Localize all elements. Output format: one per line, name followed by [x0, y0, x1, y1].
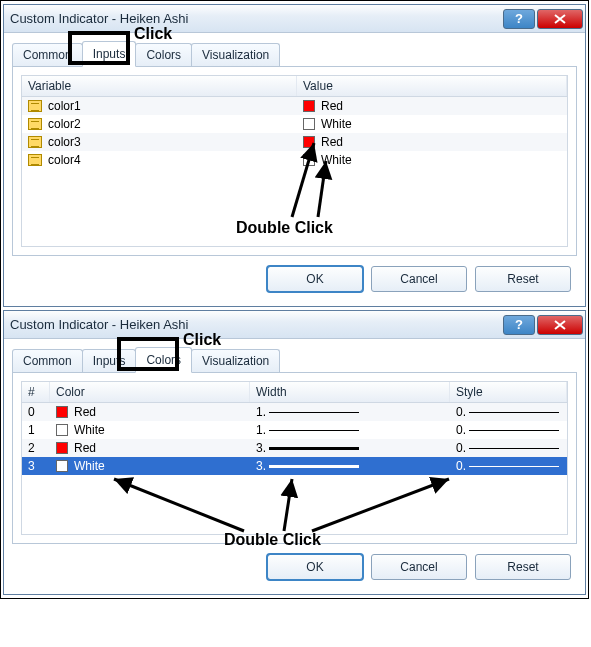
header-width[interactable]: Width — [250, 382, 450, 402]
annotation-box-inputs-tab — [68, 31, 130, 65]
variable-name: color2 — [48, 117, 81, 131]
style-preview-line — [469, 430, 559, 431]
color-swatch — [56, 442, 68, 454]
variable-name: color4 — [48, 153, 81, 167]
button-row: OK Cancel Reset — [12, 256, 577, 298]
list-item[interactable]: color1 Red — [22, 97, 567, 115]
reset-button[interactable]: Reset — [475, 266, 571, 292]
style-preview-line — [469, 448, 559, 449]
variable-icon — [28, 118, 42, 130]
header-value[interactable]: Value — [297, 76, 567, 96]
list-item[interactable]: color2 White — [22, 115, 567, 133]
variable-icon — [28, 100, 42, 112]
tab-panel-colors: # Color Width Style 0 Red 1. 0. 1 White … — [12, 373, 577, 544]
color-label: Red — [74, 441, 96, 455]
color-swatch — [303, 100, 315, 112]
dialog-inputs: Custom Indicator - Heiken Ashi ? Click D… — [3, 4, 586, 307]
table-row[interactable]: 0 Red 1. 0. — [22, 403, 567, 421]
close-icon — [554, 14, 566, 24]
color-swatch — [56, 460, 68, 472]
tab-colors[interactable]: Colors — [135, 43, 192, 66]
width-preview-line — [269, 465, 359, 468]
variable-name: color1 — [48, 99, 81, 113]
color-swatch — [303, 154, 315, 166]
row-index: 3 — [22, 459, 50, 473]
tab-visualization[interactable]: Visualization — [191, 43, 280, 66]
style-label: 0. — [456, 441, 466, 455]
header-color[interactable]: Color — [50, 382, 250, 402]
colors-rows: 0 Red 1. 0. 1 White 1. 0. 2 Red 3. 0. — [21, 403, 568, 535]
variable-icon — [28, 136, 42, 148]
color-swatch — [303, 136, 315, 148]
style-label: 0. — [456, 423, 466, 437]
width-preview-line — [269, 430, 359, 431]
ok-button[interactable]: OK — [267, 554, 363, 580]
width-label: 1. — [256, 423, 266, 437]
value-label: White — [321, 153, 352, 167]
close-icon — [554, 320, 566, 330]
color-swatch — [303, 118, 315, 130]
color-label: White — [74, 423, 105, 437]
help-button[interactable]: ? — [503, 9, 535, 29]
width-preview-line — [269, 412, 359, 413]
ok-button[interactable]: OK — [267, 266, 363, 292]
inputs-list-header: Variable Value — [21, 75, 568, 97]
style-preview-line — [469, 412, 559, 413]
annotation-click: Click — [183, 331, 221, 349]
style-label: 0. — [456, 405, 466, 419]
annotation-double-click: Double Click — [236, 219, 333, 237]
table-row[interactable]: 1 White 1. 0. — [22, 421, 567, 439]
cancel-button[interactable]: Cancel — [371, 554, 467, 580]
color-label: White — [74, 459, 105, 473]
list-item[interactable]: color3 Red — [22, 133, 567, 151]
tab-visualization[interactable]: Visualization — [191, 349, 280, 372]
value-label: Red — [321, 135, 343, 149]
width-preview-line — [269, 447, 359, 450]
title-bar[interactable]: Custom Indicator - Heiken Ashi ? — [4, 5, 585, 33]
help-button[interactable]: ? — [503, 315, 535, 335]
tab-common[interactable]: Common — [12, 349, 83, 372]
row-index: 2 — [22, 441, 50, 455]
close-button[interactable] — [537, 9, 583, 29]
header-style[interactable]: Style — [450, 382, 567, 402]
value-label: White — [321, 117, 352, 131]
annotation-click: Click — [134, 25, 172, 43]
header-variable[interactable]: Variable — [22, 76, 297, 96]
annotation-double-click: Double Click — [224, 531, 321, 549]
cancel-button[interactable]: Cancel — [371, 266, 467, 292]
colors-list-header: # Color Width Style — [21, 381, 568, 403]
width-label: 1. — [256, 405, 266, 419]
dialog-colors: Custom Indicator - Heiken Ashi ? Click D… — [3, 310, 586, 595]
value-label: Red — [321, 99, 343, 113]
annotation-box-colors-tab — [117, 337, 179, 371]
button-row: OK Cancel Reset — [12, 544, 577, 586]
list-item[interactable]: color4 White — [22, 151, 567, 169]
table-row[interactable]: 2 Red 3. 0. — [22, 439, 567, 457]
color-label: Red — [74, 405, 96, 419]
window-title: Custom Indicator - Heiken Ashi — [10, 11, 503, 26]
width-label: 3. — [256, 459, 266, 473]
close-button[interactable] — [537, 315, 583, 335]
color-swatch — [56, 424, 68, 436]
style-preview-line — [469, 466, 559, 467]
variable-icon — [28, 154, 42, 166]
row-index: 1 — [22, 423, 50, 437]
color-swatch — [56, 406, 68, 418]
variable-name: color3 — [48, 135, 81, 149]
row-index: 0 — [22, 405, 50, 419]
style-label: 0. — [456, 459, 466, 473]
window-title: Custom Indicator - Heiken Ashi — [10, 317, 503, 332]
table-row-selected[interactable]: 3 White 3. 0. — [22, 457, 567, 475]
title-bar[interactable]: Custom Indicator - Heiken Ashi ? — [4, 311, 585, 339]
tab-bar: Common Inputs Colors Visualization — [12, 349, 577, 373]
width-label: 3. — [256, 441, 266, 455]
reset-button[interactable]: Reset — [475, 554, 571, 580]
header-index[interactable]: # — [22, 382, 50, 402]
